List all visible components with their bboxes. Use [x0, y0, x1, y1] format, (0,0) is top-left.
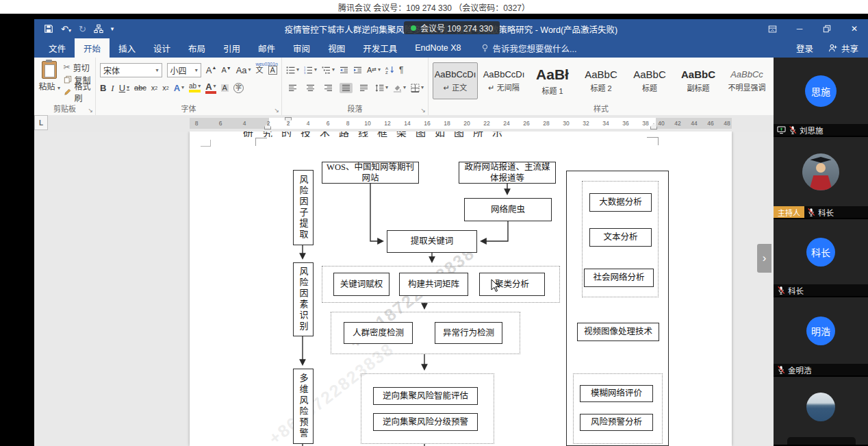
ruler-number: 46: [707, 120, 713, 127]
text-boundary-mark: [647, 137, 659, 145]
ribbon-tab[interactable]: 开始: [75, 38, 110, 58]
underline-button[interactable]: U▾: [119, 84, 129, 92]
style-card[interactable]: AaBbC标题: [627, 62, 672, 99]
ribbon-tab[interactable]: 布局: [179, 38, 214, 58]
align-left-button[interactable]: [286, 83, 299, 93]
justify-button[interactable]: [340, 83, 353, 93]
align-right-button[interactable]: [322, 83, 335, 93]
tell-me-box[interactable]: 告诉我您想要做什么...: [481, 42, 577, 55]
ribbon-tab[interactable]: 引用: [214, 38, 249, 58]
ribbon-tab[interactable]: 审阅: [284, 38, 319, 58]
ruler-number: 20: [463, 120, 470, 127]
participant-tile[interactable]: 思施刘思施: [774, 58, 868, 137]
enclose-characters-icon[interactable]: 字: [233, 83, 244, 93]
ribbon: 粘贴 ▾ ✂剪切 复制 格式刷 剪贴板 ↘ 宋体▾: [34, 58, 774, 116]
bullets-button[interactable]: ▾: [286, 66, 299, 74]
style-card[interactable]: AaBbCc不明显强调: [724, 62, 769, 99]
text-effects-button[interactable]: A▾: [174, 84, 184, 92]
ribbon-tab[interactable]: 文件: [40, 38, 75, 58]
participant-tile[interactable]: 明浩金明浩: [774, 297, 868, 377]
document-canvas[interactable]: 研究的技术路线框架图如图所示 +8618722823838 +861872282…: [34, 132, 774, 446]
grow-font-button[interactable]: A▲: [206, 66, 217, 75]
numbering-button[interactable]: 123▾: [304, 66, 317, 74]
decrease-indent-button[interactable]: [340, 66, 348, 74]
flow-box: 关键词赋权: [333, 273, 390, 296]
text-boundary-mark: [255, 138, 267, 146]
flow-box: 政府网站报道、主流媒体报道等: [459, 162, 556, 184]
participant-name: 科长: [818, 207, 834, 218]
borders-button[interactable]: ▾: [411, 84, 424, 92]
ruler-number: 10: [364, 120, 370, 127]
tab-selector[interactable]: L: [34, 115, 48, 130]
close-icon[interactable]: ✕: [841, 19, 868, 38]
ribbon-tab[interactable]: 开发工具: [354, 38, 406, 58]
paragraph-dialog-launcher[interactable]: ↘: [420, 107, 426, 114]
signin-button[interactable]: 登录: [796, 42, 813, 55]
style-card[interactable]: AaBbC标题 2: [578, 62, 624, 99]
shading-button[interactable]: ▾: [393, 84, 406, 92]
font-dialog-launcher[interactable]: ↘: [274, 107, 279, 114]
style-card[interactable]: AaBbCcDı↵ 无间隔: [481, 62, 526, 99]
ribbon-tab[interactable]: 插入: [110, 38, 144, 58]
participant-name-bar: 刘思施: [774, 124, 868, 136]
font-color-button[interactable]: A▾: [205, 82, 216, 94]
flow-stage-box: 风险因子提取: [293, 170, 314, 245]
screen-share-icon: [777, 126, 786, 134]
paste-button[interactable]: 粘贴 ▾: [38, 61, 61, 98]
window-controls: ─ ✕: [758, 19, 868, 38]
flow-box: 模糊网络评价: [580, 385, 653, 402]
flow-box: WOS、中国知网等期刊网站: [322, 162, 419, 184]
restore-icon[interactable]: [813, 19, 841, 38]
style-card[interactable]: AaBł标题 1: [530, 62, 575, 99]
bold-button[interactable]: B: [100, 84, 106, 92]
participant-name-bar: 主持人科长: [774, 206, 868, 218]
asian-layout-button[interactable]: A⇄▾: [367, 66, 381, 74]
flow-box: 人群密度检测: [344, 322, 413, 344]
italic-button[interactable]: I: [111, 84, 114, 92]
ribbon-tab[interactable]: EndNote X8: [406, 38, 470, 58]
shrink-font-button[interactable]: A▼: [221, 66, 231, 74]
change-case-button[interactable]: Aa▾: [236, 66, 251, 75]
font-size-combo[interactable]: 小四▾: [167, 63, 201, 77]
ribbon-tab[interactable]: 视图: [319, 38, 354, 58]
minimize-icon[interactable]: ─: [786, 19, 813, 38]
style-card[interactable]: AaBbC副标题: [676, 62, 721, 99]
ribbon-tab[interactable]: 设计: [144, 38, 179, 58]
strikethrough-button[interactable]: abc: [134, 84, 146, 92]
participant-tile[interactable]: 主持人科长: [774, 137, 868, 219]
participant-tile[interactable]: 科长科长: [774, 219, 868, 297]
video-panel-tiles: 思施刘思施主持人科长科长科长明浩金明浩: [774, 58, 868, 446]
document-page[interactable]: 研究的技术路线框架图如图所示 +8618722823838 +861872282…: [190, 132, 732, 446]
character-shading-icon[interactable]: A: [221, 84, 229, 92]
pinyin-guide-icon[interactable]: 文: [256, 66, 264, 74]
share-button[interactable]: 共享: [828, 42, 858, 55]
ruler-number: 16: [424, 120, 430, 127]
increase-indent-button[interactable]: [353, 66, 362, 74]
font-name-combo[interactable]: 宋体▾: [100, 63, 162, 77]
line-spacing-button[interactable]: ▾: [375, 84, 388, 92]
participant-name: 科长: [788, 285, 804, 296]
flow-box: 网络爬虫: [464, 198, 552, 221]
participant-tile[interactable]: [774, 377, 868, 446]
style-card[interactable]: AaBbCcDı↵ 正文: [433, 62, 478, 99]
ruler[interactable]: 8642246810121416182022242628303234363840…: [190, 118, 732, 129]
multilevel-list-button[interactable]: ▾: [322, 66, 335, 74]
format-painter-button[interactable]: 格式刷: [64, 86, 91, 98]
align-center-button[interactable]: [304, 83, 317, 93]
participant-name: 金明浩: [788, 364, 812, 375]
highlight-color-button[interactable]: ab▾: [189, 83, 201, 92]
styles-gallery: AaBbCcDı↵ 正文AaBbCcDı↵ 无间隔AaBł标题 1AaBbC标题…: [433, 62, 769, 99]
cut-button[interactable]: ✂剪切: [64, 61, 91, 73]
sort-button[interactable]: AZ: [385, 66, 394, 74]
paragraph-group-label: 段落: [282, 103, 428, 114]
show-marks-button[interactable]: ¶: [399, 66, 403, 74]
ribbon-display-options-icon[interactable]: [758, 19, 786, 38]
superscript-button[interactable]: x2: [162, 84, 168, 92]
brush-icon: [64, 88, 72, 96]
panel-collapse-button[interactable]: ›: [757, 244, 771, 273]
distribute-button[interactable]: [357, 83, 370, 93]
ribbon-tab[interactable]: 邮件: [249, 38, 284, 58]
clipboard-dialog-launcher[interactable]: ↘: [88, 107, 93, 114]
character-border-icon[interactable]: A: [268, 66, 277, 75]
subscript-button[interactable]: x2: [151, 84, 157, 92]
